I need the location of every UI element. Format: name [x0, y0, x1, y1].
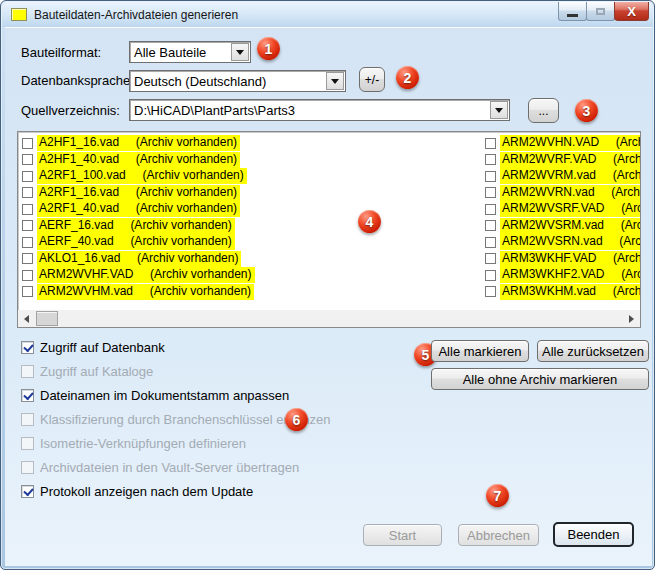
scroll-left-icon[interactable] [18, 310, 35, 327]
reset-all-button[interactable]: Alle zurücksetzen [537, 340, 649, 362]
select-without-archive-button[interactable]: Alle ohne Archiv markieren [431, 368, 649, 390]
item-label: A2RF1_40.vad (Archiv vorhanden) [37, 201, 240, 217]
list-item[interactable]: AERF_16.vad (Archiv vorhanden) [22, 218, 255, 235]
chevron-down-icon[interactable] [231, 43, 249, 61]
list-item[interactable]: ARM2WVRN.vad (Archiv vorhanden) [485, 185, 641, 202]
option-label: Zugriff auf Kataloge [40, 364, 153, 379]
language-plusminus-button[interactable]: +/- [359, 67, 385, 92]
maximize-icon [596, 8, 605, 15]
select-all-button[interactable]: Alle markieren [431, 340, 529, 362]
list-item[interactable]: ARM2WVRF.VAD (Archiv vorhanden) [485, 152, 641, 169]
quellverzeichnis-select[interactable]: D:\HiCAD\PlantParts\Parts3 [129, 99, 510, 121]
list-item[interactable]: ARM3WKHF2.VAD (Archiv vorhanden) [485, 267, 641, 284]
scrollbar-thumb[interactable] [36, 311, 58, 326]
item-checkbox[interactable] [485, 286, 496, 297]
quellverzeichnis-value: D:\HiCAD\PlantParts\Parts3 [130, 103, 489, 118]
option-label: Archivdateien in den Vault-Server übertr… [40, 460, 299, 475]
list-item[interactable]: A2HF1_40.vad (Archiv vorhanden) [22, 152, 255, 169]
option-label: Protokoll anzeigen nach dem Update [40, 484, 253, 499]
list-item[interactable]: A2HF1_16.vad (Archiv vorhanden) [22, 135, 255, 152]
close-icon: X [627, 4, 636, 19]
checkbox[interactable] [21, 389, 34, 402]
item-label: A2HF1_16.vad (Archiv vorhanden) [37, 135, 240, 151]
item-checkbox[interactable] [22, 187, 33, 198]
chevron-down-icon[interactable] [490, 101, 508, 119]
list-item[interactable]: AKLO1_16.vad (Archiv vorhanden) [22, 251, 255, 268]
item-checkbox[interactable] [485, 204, 496, 215]
item-label: ARM2WVHM.vad (Archiv vorhanden) [37, 284, 254, 300]
checkbox[interactable] [21, 341, 34, 354]
list-item[interactable]: A2RF1_100.vad (Archiv vorhanden) [22, 168, 255, 185]
item-checkbox[interactable] [22, 171, 33, 182]
list-item[interactable]: ARM2WVHN.VAD (Archiv vorhanden) [485, 135, 641, 152]
item-label: ARM2WVHN.VAD (Archiv vorhanden) [500, 135, 641, 151]
item-label: ARM3WKHF.VAD (Archiv vorhanden) [500, 251, 641, 267]
bauteilformat-select[interactable]: Alle Bauteile [129, 41, 251, 63]
list-item[interactable]: AERF_40.vad (Archiv vorhanden) [22, 234, 255, 251]
list-item[interactable]: ARM2WVHF.VAD (Archiv vorhanden) [22, 267, 255, 284]
item-label: ARM2WVHF.VAD (Archiv vorhanden) [37, 267, 255, 283]
maximize-button [586, 2, 615, 21]
bauteilformat-value: Alle Bauteile [130, 45, 230, 60]
item-checkbox[interactable] [22, 220, 33, 231]
item-label: ARM3WKHF2.VAD (Archiv vorhanden) [500, 267, 641, 283]
item-label: AKLO1_16.vad (Archiv vorhanden) [37, 251, 241, 267]
item-checkbox[interactable] [22, 253, 33, 264]
list-item[interactable]: ARM3WKHF.VAD (Archiv vorhanden) [485, 251, 641, 268]
step-badge-4: 4 [358, 210, 381, 233]
scroll-right-icon[interactable] [623, 310, 640, 327]
item-checkbox[interactable] [485, 187, 496, 198]
item-checkbox[interactable] [22, 270, 33, 281]
browse-button[interactable]: ... [528, 98, 559, 123]
checkbox [21, 413, 34, 426]
window-title: Bauteildaten-Archivdateien generieren [34, 8, 238, 22]
bauteilformat-label: Bauteilformat: [21, 45, 101, 60]
list-item[interactable]: ARM3WKHM.vad (Archiv vorhanden) [485, 284, 641, 301]
checkbox[interactable] [21, 485, 34, 498]
list-item[interactable]: ARM2WVSRN.vad (Archiv vorhanden) [485, 234, 641, 251]
step-badge-1: 1 [257, 37, 280, 60]
minimize-button[interactable] [558, 2, 587, 21]
start-button: Start [363, 524, 442, 546]
item-label: AERF_16.vad (Archiv vorhanden) [37, 218, 235, 234]
minimize-icon [567, 14, 578, 17]
item-checkbox[interactable] [485, 138, 496, 149]
item-label: ARM2WVSRF.VAD (Archiv vorhanden) [500, 201, 641, 217]
list-item[interactable]: ARM2WVRM.vad (Archiv vorhanden) [485, 168, 641, 185]
item-checkbox[interactable] [485, 171, 496, 182]
step-badge-2: 2 [396, 66, 419, 89]
option-dateinamen-anpassen[interactable]: Dateinamen im Dokumentstamm anpassen [21, 388, 289, 403]
item-label: ARM2WVSRN.vad (Archiv vorhanden) [500, 234, 641, 250]
option-isometrie: Isometrie-Verknüpfungen definieren [21, 436, 246, 451]
item-checkbox[interactable] [485, 154, 496, 165]
close-button[interactable]: X [614, 2, 649, 21]
app-icon [11, 8, 27, 21]
item-checkbox[interactable] [22, 138, 33, 149]
list-item[interactable]: ARM2WVSRF.VAD (Archiv vorhanden) [485, 201, 641, 218]
option-protokoll-anzeigen[interactable]: Protokoll anzeigen nach dem Update [21, 484, 253, 499]
list-item[interactable]: A2RF1_16.vad (Archiv vorhanden) [22, 185, 255, 202]
close-dialog-button[interactable]: Beenden [553, 522, 634, 547]
title-bar[interactable]: Bauteildaten-Archivdateien generieren [2, 2, 653, 27]
option-zugriff-datenbank[interactable]: Zugriff auf Datenbank [21, 340, 165, 355]
file-list[interactable]: A2HF1_16.vad (Archiv vorhanden) A2HF1_40… [17, 131, 641, 328]
list-item[interactable]: ARM2WVSRM.vad (Archiv vorhanden) [485, 218, 641, 235]
item-checkbox[interactable] [485, 270, 496, 281]
item-label: ARM2WVRM.vad (Archiv vorhanden) [500, 168, 641, 184]
item-checkbox[interactable] [22, 154, 33, 165]
item-checkbox[interactable] [485, 237, 496, 248]
horizontal-scrollbar[interactable] [18, 310, 640, 327]
item-checkbox[interactable] [22, 237, 33, 248]
checkbox [21, 365, 34, 378]
list-item[interactable]: ARM2WVHM.vad (Archiv vorhanden) [22, 284, 255, 301]
datenbanksprache-select[interactable]: Deutsch (Deutschland) [129, 70, 346, 92]
item-checkbox[interactable] [485, 220, 496, 231]
checkbox [21, 437, 34, 450]
cancel-button: Abbrechen [458, 524, 539, 546]
datenbanksprache-label: Datenbanksprache: [21, 73, 134, 88]
chevron-down-icon[interactable] [326, 72, 344, 90]
item-checkbox[interactable] [485, 253, 496, 264]
list-item[interactable]: A2RF1_40.vad (Archiv vorhanden) [22, 201, 255, 218]
item-checkbox[interactable] [22, 204, 33, 215]
item-checkbox[interactable] [22, 286, 33, 297]
